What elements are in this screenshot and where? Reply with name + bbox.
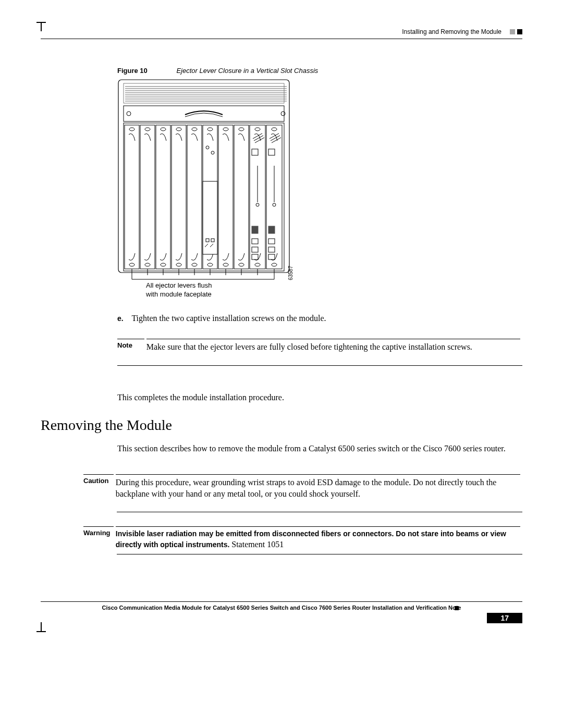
header-rule: [41, 39, 522, 39]
svg-rect-17: [172, 125, 186, 269]
decor-square-icon: [517, 29, 522, 34]
step-text: Tighten the two captive installation scr…: [131, 314, 326, 323]
warning-bold: Invisible laser radiation may be emitted…: [116, 529, 506, 549]
caution-rule: [117, 512, 522, 512]
svg-rect-10: [124, 106, 284, 121]
note-rule: [117, 365, 522, 366]
svg-rect-21: [234, 125, 249, 269]
figure-part-number: 63587: [288, 266, 293, 280]
section-heading: Removing the Module: [41, 417, 172, 434]
footer-doc-title: Cisco Communication Media Module for Cat…: [41, 604, 522, 611]
svg-rect-44: [203, 181, 217, 254]
caution-label: Caution: [83, 474, 114, 485]
svg-rect-20: [218, 125, 233, 269]
figure-label: Figure 10: [117, 67, 175, 75]
svg-rect-62: [268, 226, 275, 233]
footer-rule: [41, 601, 522, 602]
svg-rect-16: [156, 125, 170, 269]
caution-text: During this procedure, wear grounding wr…: [116, 474, 520, 499]
crop-mark: [41, 622, 44, 632]
section-intro: This section describes how to remove the…: [117, 443, 522, 454]
running-head-text: Installing and Removing the Module: [402, 28, 510, 35]
svg-rect-18: [187, 125, 202, 269]
svg-rect-52: [252, 226, 258, 233]
note-text: Make sure that the ejector levers are fu…: [146, 339, 520, 353]
svg-rect-15: [140, 125, 155, 269]
crop-mark: [36, 631, 46, 634]
warning-statement: Statement 1051: [231, 540, 284, 549]
page-number: 17: [487, 613, 522, 623]
complete-text: This completes the module installation p…: [117, 392, 522, 403]
chassis-diagram: [117, 77, 293, 286]
warning-rule: [117, 554, 522, 554]
figure-caption: Figure 10 Ejector Lever Closure in a Ver…: [117, 67, 318, 75]
warning-admonition: Warning Invisible laser radiation may be…: [83, 526, 522, 554]
note-label: Note: [117, 339, 144, 349]
note-admonition: Note Make sure that the ejector levers a…: [117, 339, 522, 366]
running-header: Installing and Removing the Module: [402, 28, 522, 35]
step-letter: e.: [117, 314, 130, 323]
crop-mark: [36, 22, 46, 25]
decor-square-icon: [510, 29, 515, 34]
svg-rect-14: [125, 125, 139, 269]
figure-sub-line1: All ejector levers flush: [146, 281, 212, 289]
figure-title: Ejector Lever Closure in a Vertical Slot…: [176, 67, 318, 75]
step-e: e. Tighten the two captive installation …: [117, 313, 522, 324]
caution-admonition: Caution During this procedure, wear grou…: [83, 474, 522, 512]
page: Installing and Removing the Module Figur…: [0, 0, 563, 728]
warning-text: Invisible laser radiation may be emitted…: [116, 526, 520, 550]
figure-sub-line2: with module faceplate: [146, 290, 212, 298]
header-decoration: [510, 29, 522, 34]
warning-label: Warning: [83, 526, 114, 537]
figure-subcaption: All ejector levers flush with module fac…: [146, 281, 212, 299]
